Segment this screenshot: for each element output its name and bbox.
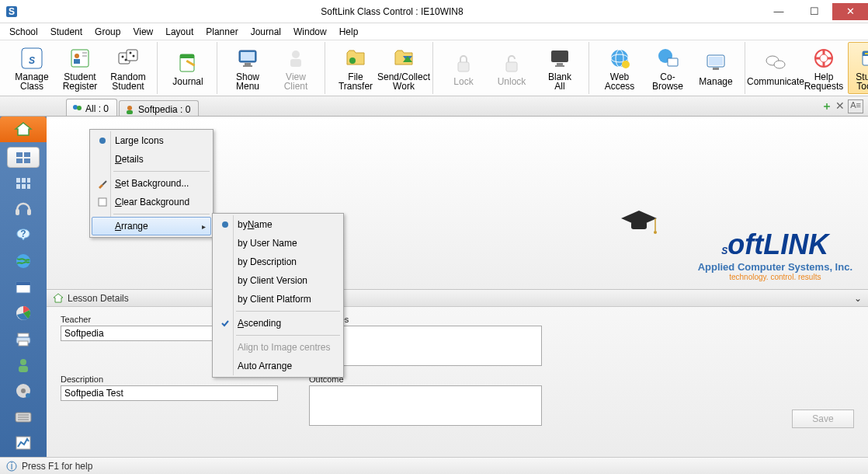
svg-point-44: [820, 54, 828, 62]
outcome-input[interactable]: [309, 385, 542, 426]
unlock-icon: [499, 51, 524, 75]
chevron-down-icon[interactable]: ⌄: [854, 293, 862, 304]
sidebar-home[interactable]: [0, 117, 47, 142]
manage-label: Manage: [699, 77, 732, 86]
menu-window[interactable]: Window: [287, 24, 333, 40]
blank-all-button[interactable]: BlankAll: [536, 42, 584, 94]
file-transfer-label: FileTransfer: [339, 72, 373, 91]
file-transfer-button[interactable]: FileTransfer: [332, 42, 380, 94]
send-collect-label: Send/CollectWork: [377, 72, 430, 91]
radio-on-icon: [219, 218, 231, 231]
tab-all[interactable]: All : 0: [66, 99, 117, 116]
sidebar-audio[interactable]: [7, 199, 40, 220]
sidebar-stats[interactable]: [7, 433, 40, 454]
add-tab-icon[interactable]: ＋: [821, 99, 832, 113]
chat-icon: [763, 51, 788, 75]
ctx-align-centres: Align to Image centres: [214, 338, 342, 357]
send-collect-button[interactable]: Send/CollectWork: [380, 42, 428, 94]
svg-point-90: [654, 231, 657, 234]
lesson-details-header[interactable]: Lesson Details ⌄: [47, 290, 868, 307]
menu-journal[interactable]: Journal: [245, 24, 287, 40]
ctx-by-user-name[interactable]: by User Name: [214, 234, 342, 253]
brand-tagline: technology. control. results: [698, 273, 852, 281]
user-gray-icon: [283, 46, 308, 71]
show-menu-button[interactable]: ShowMenu: [224, 42, 272, 94]
svg-text:i: i: [11, 461, 13, 472]
svg-rect-40: [713, 68, 719, 70]
context-menu-arrange: by Name by User Name by Description by C…: [212, 213, 344, 378]
svg-rect-10: [127, 50, 137, 61]
svg-rect-51: [865, 53, 868, 54]
sidebar-grid[interactable]: [7, 173, 40, 193]
main-area: SoftLINK Applied Computer Systems, Inc. …: [47, 117, 868, 457]
menu-view[interactable]: View: [127, 24, 159, 40]
ctx-by-client-version[interactable]: by Client Version: [214, 271, 342, 290]
sidebar-disc[interactable]: [7, 381, 40, 402]
sidebar-window[interactable]: [7, 277, 40, 298]
blank-all-label: BlankAll: [548, 72, 571, 91]
menu-student[interactable]: Student: [44, 24, 89, 40]
save-button[interactable]: Save: [792, 410, 854, 428]
sidebar-user[interactable]: [7, 354, 40, 375]
student-toolbar-button[interactable]: StudentToolbar: [848, 42, 868, 94]
menu-help[interactable]: Help: [333, 24, 365, 40]
unlock-label: Unlock: [498, 77, 526, 86]
ctx-by-name[interactable]: by Name: [214, 215, 342, 234]
minimize-button[interactable]: —: [761, 3, 797, 20]
svg-rect-65: [22, 184, 26, 189]
view-client-button: ViewClient: [272, 42, 320, 94]
menu-layout[interactable]: Layout: [159, 24, 200, 40]
journal-label: Journal: [172, 77, 203, 86]
ctx-arrange[interactable]: Arrange: [92, 217, 211, 235]
svg-rect-62: [22, 178, 26, 183]
random-student-button[interactable]: RandomStudent: [104, 42, 152, 94]
lesson-details-panel: Lesson Details ⌄ Teacher Objectives Desc…: [47, 289, 868, 457]
ctx-auto-arrange[interactable]: Auto Arrange: [214, 357, 342, 375]
manage-class-button[interactable]: SManageClass: [8, 42, 56, 94]
toolbar-icon: [859, 46, 868, 71]
sidebar-print[interactable]: [7, 329, 40, 350]
unlock-button: Unlock: [488, 42, 536, 94]
ctx-clear-background[interactable]: Clear Background: [92, 193, 211, 211]
sidebar-keyboard[interactable]: [7, 406, 40, 427]
menu-group[interactable]: Group: [89, 24, 127, 40]
web-access-button[interactable]: WebAccess: [595, 42, 644, 94]
journal-button[interactable]: Journal: [164, 42, 212, 94]
svg-rect-76: [19, 341, 28, 346]
ctx-large-icons[interactable]: Large Icons: [92, 131, 211, 150]
svg-rect-30: [557, 63, 563, 65]
maximize-button[interactable]: ☐: [797, 3, 832, 20]
sidebar-globe[interactable]: [7, 251, 40, 272]
sidebar-tile-view[interactable]: [7, 147, 40, 169]
s-logo-icon: S: [19, 46, 44, 71]
co-browse-button[interactable]: Co-Browse: [644, 42, 692, 94]
radio-on-icon: [96, 134, 109, 147]
manage-button[interactable]: Manage: [692, 42, 740, 94]
sidebar-help[interactable]: ?: [7, 225, 40, 246]
help-requests-button[interactable]: HelpRequests: [800, 42, 848, 94]
close-tab-icon[interactable]: ✕: [835, 99, 845, 113]
student-register-button[interactable]: StudentRegister: [56, 42, 104, 94]
svg-rect-29: [551, 51, 568, 62]
sidebar-chart[interactable]: [7, 303, 40, 324]
communicate-button[interactable]: Communicate: [752, 42, 800, 94]
ctx-ascending[interactable]: Ascending: [214, 314, 342, 333]
ctx-set-background[interactable]: Set Background...: [92, 174, 211, 193]
brand-subtitle: Applied Computer Systems, Inc.: [698, 261, 852, 273]
tab-softpedia-label: Softpedia : 0: [138, 104, 190, 115]
tab-softpedia[interactable]: Softpedia : 0: [119, 100, 199, 116]
ctx-by-client-platform[interactable]: by Client Platform: [214, 290, 342, 308]
ctx-details[interactable]: Details: [92, 150, 211, 169]
description-input[interactable]: [61, 385, 278, 401]
objectives-input[interactable]: [309, 326, 542, 366]
svg-rect-64: [16, 184, 20, 189]
ctx-by-description[interactable]: by Description: [214, 253, 342, 271]
menu-school[interactable]: School: [3, 24, 44, 40]
app-icon: S: [0, 0, 23, 23]
svg-marker-95: [54, 294, 63, 302]
menu-planner[interactable]: Planner: [200, 24, 244, 40]
svg-rect-23: [290, 59, 301, 67]
canvas[interactable]: SoftLINK Applied Computer Systems, Inc. …: [47, 117, 868, 289]
close-button[interactable]: ✕: [832, 3, 868, 20]
tab-options-icon[interactable]: A≡: [848, 99, 863, 113]
